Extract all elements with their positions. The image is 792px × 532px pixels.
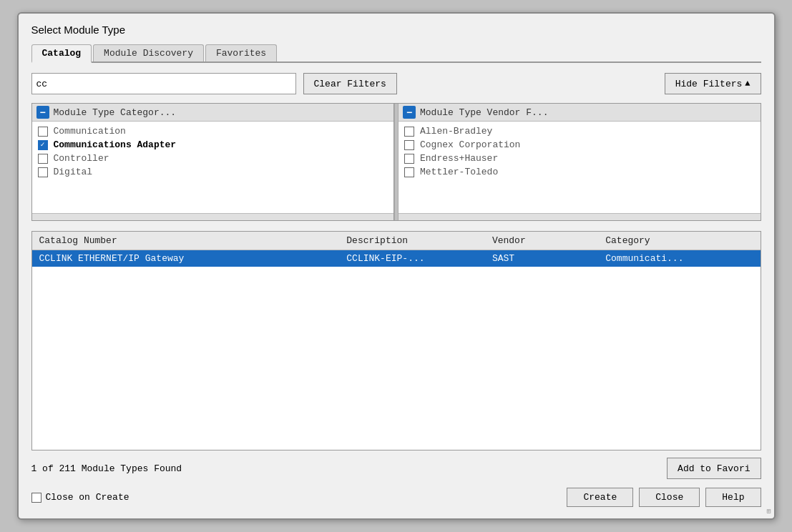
bottom-status: 1 of 211 Module Types Found Add to Favor… <box>31 458 761 479</box>
close-on-create-checkbox[interactable] <box>31 493 41 503</box>
results-table: Catalog Number Description Vendor Catego… <box>32 232 761 267</box>
item-label: Endress+Hauser <box>420 153 498 164</box>
table-row[interactable]: CCLINK ETHERNET/IP Gateway CCLINK-EIP-..… <box>32 250 761 267</box>
category-list: Communication Communications Adapter Con… <box>32 122 394 213</box>
vendor-filter-panel: − Module Type Vendor F... Allen-Bradley … <box>399 104 761 220</box>
vendor-panel-title: Module Type Vendor F... <box>420 107 548 118</box>
list-item[interactable]: Mettler-Toledo <box>399 165 761 179</box>
category-filter-panel: − Module Type Categor... Communication C… <box>32 104 395 220</box>
controller-checkbox[interactable] <box>38 154 48 164</box>
item-label: Allen-Bradley <box>420 126 492 137</box>
status-text: 1 of 211 Module Types Found <box>31 463 668 474</box>
hide-filters-label: Hide Filters <box>675 79 743 89</box>
footer-buttons: Create Close Help <box>567 488 761 507</box>
tab-bar: Catalog Module Discovery Favorites <box>31 44 761 63</box>
list-item[interactable]: Endress+Hauser <box>399 152 761 165</box>
list-item[interactable]: Digital <box>32 165 394 179</box>
digital-checkbox[interactable] <box>38 167 48 177</box>
filter-panels: − Module Type Categor... Communication C… <box>31 103 761 221</box>
tab-catalog[interactable]: Catalog <box>31 44 92 63</box>
category-panel-title: Module Type Categor... <box>54 107 177 118</box>
list-item[interactable]: Communication <box>32 124 394 138</box>
category-collapse-button[interactable]: − <box>36 106 49 119</box>
clear-filters-button[interactable]: Clear Filters <box>303 73 397 94</box>
endress-hauser-checkbox[interactable] <box>404 154 414 164</box>
footer-row: Close on Create Create Close Help <box>31 488 761 507</box>
item-label: Communications Adapter <box>54 139 177 150</box>
tab-favorites[interactable]: Favorites <box>205 44 277 61</box>
item-label: Digital <box>54 167 93 177</box>
cell-catalog-number: CCLINK ETHERNET/IP Gateway <box>32 250 340 267</box>
col-category[interactable]: Category <box>598 232 760 250</box>
tab-module-discovery[interactable]: Module Discovery <box>93 44 204 61</box>
create-button[interactable]: Create <box>567 488 633 507</box>
list-item[interactable]: Communications Adapter <box>32 138 394 152</box>
cell-description: CCLINK-EIP-... <box>339 250 485 267</box>
category-panel-header: − Module Type Categor... <box>32 104 394 122</box>
list-item[interactable]: Controller <box>32 152 394 165</box>
col-description[interactable]: Description <box>339 232 485 250</box>
vendor-scrollbar-h[interactable] <box>399 213 761 220</box>
add-to-favorites-button[interactable]: Add to Favori <box>667 458 761 479</box>
cell-vendor: SAST <box>485 250 598 267</box>
communications-adapter-checkbox[interactable] <box>38 140 48 150</box>
help-button[interactable]: Help <box>705 488 761 507</box>
cell-category: Communicati... <box>598 250 760 267</box>
resize-grip-icon: ⊞ <box>766 507 771 516</box>
col-catalog-number[interactable]: Catalog Number <box>32 232 340 250</box>
vendor-list: Allen-Bradley Cognex Corporation Endress… <box>399 122 761 213</box>
dialog-title: Select Module Type <box>31 24 761 36</box>
close-on-create-text: Close on Create <box>46 492 129 503</box>
item-label: Communication <box>54 126 126 137</box>
item-label: Controller <box>54 153 109 164</box>
filter-row: Clear Filters Hide Filters ▲ <box>31 73 761 94</box>
vendor-panel-header: − Module Type Vendor F... <box>399 104 761 122</box>
list-item[interactable]: Cognex Corporation <box>399 138 761 152</box>
list-item[interactable]: Allen-Bradley <box>399 124 761 138</box>
allen-bradley-checkbox[interactable] <box>404 127 414 137</box>
search-input[interactable] <box>31 73 296 94</box>
results-table-container: Catalog Number Description Vendor Catego… <box>31 231 761 450</box>
category-scrollbar-h[interactable] <box>32 213 394 220</box>
chevron-up-icon: ▲ <box>745 79 750 89</box>
communication-checkbox[interactable] <box>38 127 48 137</box>
hide-filters-button[interactable]: Hide Filters ▲ <box>665 73 761 94</box>
cognex-checkbox[interactable] <box>404 140 414 150</box>
item-label: Cognex Corporation <box>420 139 520 150</box>
mettler-toledo-checkbox[interactable] <box>404 167 414 177</box>
item-label: Mettler-Toledo <box>420 167 498 177</box>
close-on-create-label[interactable]: Close on Create <box>31 492 129 503</box>
close-button[interactable]: Close <box>639 488 700 507</box>
select-module-dialog: Select Module Type Catalog Module Discov… <box>17 12 776 520</box>
col-vendor[interactable]: Vendor <box>485 232 598 250</box>
vendor-collapse-button[interactable]: − <box>403 106 416 119</box>
